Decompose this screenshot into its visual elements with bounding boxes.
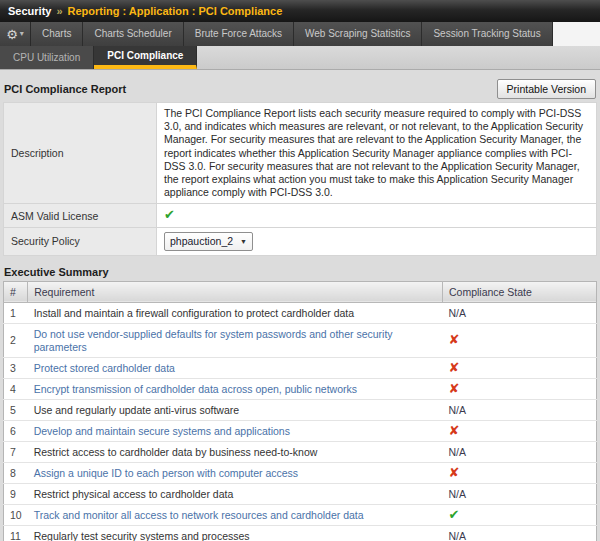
executive-summary-title: Executive Summary bbox=[4, 266, 596, 278]
table-row: 8 Assign a unique ID to each person with… bbox=[4, 462, 597, 483]
menu-gear-button[interactable]: ⚙ ▾ bbox=[0, 22, 31, 46]
description-row: Description The PCI Compliance Report li… bbox=[4, 103, 597, 204]
main-content: PCI Compliance Report Printable Version … bbox=[0, 70, 600, 541]
row-number: 6 bbox=[4, 420, 28, 441]
table-row: 4 Encrypt transmission of cardholder dat… bbox=[4, 378, 597, 399]
row-number: 10 bbox=[4, 504, 28, 525]
table-row: 5 Use and regularly update anti-virus so… bbox=[4, 399, 597, 420]
tab-brute-force-attacks[interactable]: Brute Force Attacks bbox=[184, 22, 294, 46]
compliance-state: N/A bbox=[449, 446, 467, 458]
column-header-compliance-state: Compliance State bbox=[443, 281, 597, 302]
secondary-tab-bar: CPU Utilization PCI Compliance bbox=[0, 46, 600, 70]
row-number: 5 bbox=[4, 399, 28, 420]
printable-version-button[interactable]: Printable Version bbox=[497, 79, 596, 99]
primary-tab-bar: ⚙ ▾ Charts Charts Scheduler Brute Force … bbox=[0, 22, 600, 46]
tab-charts-scheduler[interactable]: Charts Scheduler bbox=[83, 22, 183, 46]
tab-session-tracking-status[interactable]: Session Tracking Status bbox=[422, 22, 552, 46]
tab-charts[interactable]: Charts bbox=[31, 22, 83, 46]
column-header-requirement: Requirement bbox=[28, 281, 443, 302]
tab-web-scraping-statistics[interactable]: Web Scraping Statistics bbox=[294, 22, 422, 46]
tab-pci-compliance[interactable]: PCI Compliance bbox=[94, 46, 197, 69]
row-number: 11 bbox=[4, 525, 28, 541]
description-text: The PCI Compliance Report lists each sec… bbox=[157, 103, 597, 204]
table-header-row: # Requirement Compliance State bbox=[4, 281, 597, 302]
table-row: 3 Protect stored cardholder data ✘ bbox=[4, 357, 597, 378]
compliance-state: N/A bbox=[449, 404, 467, 416]
report-info-table: Description The PCI Compliance Report li… bbox=[3, 102, 597, 256]
compliance-state: N/A bbox=[449, 307, 467, 319]
requirement-text: Install and maintain a firewall configur… bbox=[34, 307, 354, 319]
security-policy-value: phpauction_2 bbox=[170, 235, 233, 248]
report-header: PCI Compliance Report Printable Version bbox=[4, 78, 596, 99]
description-label: Description bbox=[4, 103, 157, 204]
table-row: 1 Install and maintain a firewall config… bbox=[4, 302, 597, 323]
security-policy-row: Security Policy phpauction_2 ▼ bbox=[4, 227, 597, 255]
row-number: 7 bbox=[4, 441, 28, 462]
requirement-link[interactable]: Develop and maintain secure systems and … bbox=[34, 425, 290, 437]
compliance-state-fail-icon: ✘ bbox=[449, 423, 460, 438]
column-header-num: # bbox=[4, 281, 28, 302]
requirement-text: Regularly test security systems and proc… bbox=[34, 530, 250, 541]
compliance-state-fail-icon: ✘ bbox=[449, 381, 460, 396]
row-number: 2 bbox=[4, 323, 28, 357]
requirement-link[interactable]: Assign a unique ID to each person with c… bbox=[34, 467, 298, 479]
requirement-text: Restrict access to cardholder data by bu… bbox=[34, 446, 318, 458]
security-policy-select[interactable]: phpauction_2 ▼ bbox=[164, 232, 253, 251]
page-title: PCI Compliance Report bbox=[4, 83, 126, 95]
app-window: Security»Reporting : Application : PCI C… bbox=[0, 0, 600, 541]
row-number: 4 bbox=[4, 378, 28, 399]
row-number: 8 bbox=[4, 462, 28, 483]
check-icon: ✔ bbox=[164, 207, 175, 222]
breadcrumb-section[interactable]: Security bbox=[8, 5, 51, 17]
row-number: 3 bbox=[4, 357, 28, 378]
table-row: 11 Regularly test security systems and p… bbox=[4, 525, 597, 541]
compliance-state-fail-icon: ✘ bbox=[449, 332, 460, 347]
chevron-down-icon: ▾ bbox=[20, 30, 24, 38]
row-number: 1 bbox=[4, 302, 28, 323]
requirement-link[interactable]: Do not use vendor-supplied defaults for … bbox=[34, 328, 393, 353]
asm-valid-license-row: ASM Valid License ✔ bbox=[4, 204, 597, 227]
requirement-link[interactable]: Protect stored cardholder data bbox=[34, 362, 175, 374]
requirement-text: Restrict physical access to cardholder d… bbox=[34, 488, 234, 500]
security-policy-label: Security Policy bbox=[4, 227, 157, 255]
requirement-link[interactable]: Track and monitor all access to network … bbox=[34, 509, 364, 521]
compliance-state: N/A bbox=[449, 488, 467, 500]
select-arrow-icon: ▼ bbox=[240, 235, 247, 248]
table-row: 6 Develop and maintain secure systems an… bbox=[4, 420, 597, 441]
requirement-link[interactable]: Encrypt transmission of cardholder data … bbox=[34, 383, 357, 395]
table-row: 9 Restrict physical access to cardholder… bbox=[4, 483, 597, 504]
compliance-state-fail-icon: ✘ bbox=[449, 360, 460, 375]
compliance-state-pass-icon: ✔ bbox=[449, 507, 460, 522]
compliance-state-fail-icon: ✘ bbox=[449, 465, 460, 480]
tab-cpu-utilization[interactable]: CPU Utilization bbox=[0, 46, 94, 69]
breadcrumb-path: Reporting : Application : PCI Compliance bbox=[68, 5, 283, 17]
table-row: 10 Track and monitor all access to netwo… bbox=[4, 504, 597, 525]
breadcrumb-separator-icon: » bbox=[56, 5, 62, 17]
asm-valid-license-label: ASM Valid License bbox=[4, 204, 157, 227]
breadcrumb: Security»Reporting : Application : PCI C… bbox=[0, 0, 600, 22]
table-row: 2 Do not use vendor-supplied defaults fo… bbox=[4, 323, 597, 357]
gear-icon: ⚙ bbox=[6, 28, 18, 41]
executive-summary-table: # Requirement Compliance State 1 Install… bbox=[3, 281, 597, 541]
row-number: 9 bbox=[4, 483, 28, 504]
compliance-state: N/A bbox=[449, 530, 467, 541]
table-row: 7 Restrict access to cardholder data by … bbox=[4, 441, 597, 462]
requirement-text: Use and regularly update anti-virus soft… bbox=[34, 404, 239, 416]
